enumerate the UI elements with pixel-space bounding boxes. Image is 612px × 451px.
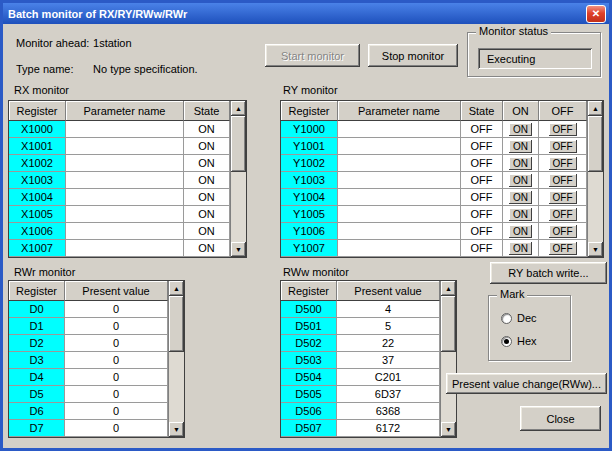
ry-on-button[interactable]: ON [509, 242, 532, 255]
ry-on-button[interactable]: ON [509, 174, 532, 187]
table-row: D40 [9, 369, 168, 386]
table-row: X1003ON [9, 172, 230, 189]
dec-radio-button[interactable] [501, 313, 512, 324]
close-window-button[interactable]: ✕ [586, 5, 606, 23]
parameter-cell [66, 155, 184, 172]
scroll-up-button[interactable]: ▲ [588, 101, 603, 116]
parameter-cell [338, 138, 461, 155]
table-row: X1006ON [9, 223, 230, 240]
parameter-cell [338, 206, 461, 223]
value-cell: 0 [65, 352, 168, 369]
ry-on-button[interactable]: ON [509, 191, 532, 204]
ry-off-button[interactable]: OFF [549, 225, 577, 238]
ry-on-button[interactable]: ON [509, 225, 532, 238]
register-cell: D3 [9, 352, 65, 369]
ry-on-button[interactable]: ON [509, 208, 532, 221]
table-row: X1000ON [9, 121, 230, 138]
state-cell: ON [184, 240, 230, 257]
state-cell: OFF [461, 155, 503, 172]
stop-monitor-button[interactable]: Stop monitor [368, 44, 458, 67]
register-cell: X1000 [9, 121, 66, 138]
scroll-up-button[interactable]: ▲ [169, 281, 184, 296]
ry-batch-write-button[interactable]: RY batch write... [490, 262, 607, 284]
register-cell: D6 [9, 403, 65, 420]
scroll-down-icon: ▼ [592, 246, 599, 253]
vertical-scrollbar[interactable]: ▲ ▼ [230, 101, 246, 257]
value-cell: 0 [65, 318, 168, 335]
table-row: D50337 [281, 352, 440, 369]
rx-header-register: Register [9, 101, 66, 121]
state-cell: ON [184, 121, 230, 138]
ry-header-row: Register Parameter name State ON OFF [281, 101, 587, 121]
table-row: Y1007OFFONOFF [281, 240, 587, 257]
table-row: D00 [9, 301, 168, 318]
table-row: X1004ON [9, 189, 230, 206]
ry-header-parameter: Parameter name [338, 101, 461, 121]
register-cell: X1001 [9, 138, 66, 155]
ry-off-button[interactable]: OFF [549, 157, 577, 170]
scroll-down-button[interactable]: ▼ [231, 242, 246, 257]
scroll-down-button[interactable]: ▼ [588, 242, 603, 257]
ry-off-button[interactable]: OFF [549, 140, 577, 153]
radio-option-dec[interactable]: Dec [501, 312, 537, 324]
ry-header-register: Register [281, 101, 338, 121]
table-row: D5066368 [281, 403, 440, 420]
register-cell: D4 [9, 369, 65, 386]
rww-header-value: Present value [337, 281, 440, 301]
register-cell: X1005 [9, 206, 66, 223]
hex-radio-label: Hex [517, 335, 537, 347]
rww-header-row: Register Present value [281, 281, 440, 301]
state-cell: ON [184, 189, 230, 206]
parameter-cell [66, 189, 184, 206]
register-cell: D500 [281, 301, 337, 318]
scroll-down-icon: ▼ [235, 246, 242, 253]
register-cell: Y1004 [281, 189, 338, 206]
register-cell: Y1003 [281, 172, 338, 189]
state-cell: OFF [461, 223, 503, 240]
scroll-thumb[interactable] [231, 116, 246, 172]
ry-off-button[interactable]: OFF [549, 191, 577, 204]
ry-header-off: OFF [539, 101, 587, 121]
scroll-up-button[interactable]: ▲ [441, 281, 456, 296]
table-row: D5056D37 [281, 386, 440, 403]
table-row: Y1004OFFONOFF [281, 189, 587, 206]
scroll-thumb[interactable] [169, 296, 184, 352]
ry-on-button[interactable]: ON [509, 140, 532, 153]
register-cell: D502 [281, 335, 337, 352]
scroll-thumb[interactable] [441, 296, 456, 352]
table-row: D50222 [281, 335, 440, 352]
radio-option-hex[interactable]: Hex [501, 335, 537, 347]
register-cell: Y1005 [281, 206, 338, 223]
scroll-thumb[interactable] [588, 116, 603, 172]
register-cell: X1003 [9, 172, 66, 189]
ry-header-on: ON [503, 101, 539, 121]
ry-off-button[interactable]: OFF [549, 208, 577, 221]
parameter-cell [66, 206, 184, 223]
mark-group: Mark Dec Hex [488, 295, 571, 361]
ry-off-button[interactable]: OFF [549, 123, 577, 136]
ry-off-button[interactable]: OFF [549, 174, 577, 187]
ry-on-button[interactable]: ON [509, 157, 532, 170]
monitor-ahead-label: Monitor ahead: [16, 37, 90, 49]
register-cell: D1 [9, 318, 65, 335]
scroll-down-button[interactable]: ▼ [169, 422, 184, 437]
ry-on-button[interactable]: ON [509, 123, 532, 136]
present-value-change-button[interactable]: Present value change(RWw)... [446, 373, 607, 394]
scroll-up-button[interactable]: ▲ [231, 101, 246, 116]
table-row: X1007ON [9, 240, 230, 257]
vertical-scrollbar[interactable]: ▲ ▼ [587, 101, 603, 257]
vertical-scrollbar[interactable]: ▲ ▼ [168, 281, 184, 437]
scroll-down-button[interactable]: ▼ [441, 422, 456, 437]
ry-off-button[interactable]: OFF [549, 242, 577, 255]
close-button[interactable]: Close [520, 406, 601, 431]
scroll-up-icon: ▲ [235, 105, 242, 112]
vertical-scrollbar[interactable]: ▲ ▼ [440, 281, 456, 437]
value-cell: 4 [337, 301, 440, 318]
register-cell: D2 [9, 335, 65, 352]
value-cell: 22 [337, 335, 440, 352]
register-cell: X1002 [9, 155, 66, 172]
table-row: Y1002OFFONOFF [281, 155, 587, 172]
hex-radio-button[interactable] [501, 336, 512, 347]
register-cell: D507 [281, 420, 337, 437]
rx-header-state: State [184, 101, 230, 121]
